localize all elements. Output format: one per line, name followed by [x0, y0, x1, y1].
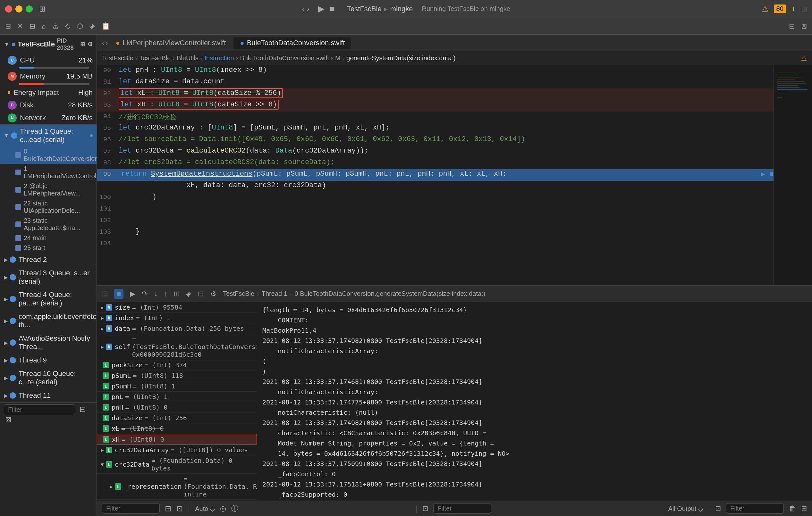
thread-1-header[interactable]: ▼ Thread 1 Queue: c...ead (serial)	[0, 125, 96, 147]
var-xl[interactable]: L xL = (UInt8) 0	[97, 423, 257, 434]
console-panel[interactable]: {length = 14, bytes = 0x4d6163426f6f6b50…	[257, 302, 812, 500]
var-pnh[interactable]: L pnH = (UInt8) 0	[97, 402, 257, 413]
breakpoint-icon[interactable]: ◈	[89, 22, 95, 30]
nav-back[interactable]: ‹	[102, 39, 104, 47]
view-memory-icon[interactable]: ⊞	[174, 290, 180, 298]
fullscreen-button[interactable]	[26, 5, 33, 12]
debug-active-icon[interactable]: ■	[114, 289, 123, 299]
thread-10-header[interactable]: ▶ Thread 10 Queue: c...te (serial)	[0, 367, 96, 389]
auto-label[interactable]: Auto ◇	[195, 505, 215, 513]
var-index[interactable]: ▶ A index = (Int) 1	[97, 313, 257, 323]
var-name-self: self	[115, 343, 130, 351]
network-value: Zero KB/s	[61, 114, 93, 122]
debug-icon[interactable]: ⬡	[77, 22, 83, 30]
right-filter-input[interactable]	[726, 503, 784, 514]
warning-list-icon[interactable]: ⚠	[52, 22, 59, 30]
bc-item-4[interactable]: BuleToothDataConversion.swift	[240, 55, 329, 62]
back-icon[interactable]: ‹	[302, 5, 304, 13]
step-out-icon[interactable]: ↑	[164, 290, 167, 298]
left-filter-input[interactable]	[102, 503, 160, 514]
project-header[interactable]: ▼ ■ TestFscBle PID 20328 ⊞ ⚙	[0, 35, 96, 54]
simulate-icon[interactable]: ⊟	[198, 290, 204, 298]
line-num-102: 102	[97, 216, 116, 224]
hierarchy-icon[interactable]: ⊟	[29, 22, 35, 30]
layout-full-icon[interactable]: ⊠	[801, 22, 807, 30]
var-xh[interactable]: L xH = (UInt8) 0	[97, 434, 257, 445]
play-icon[interactable]: ▶	[318, 4, 324, 14]
continue-icon[interactable]: ▶	[130, 290, 135, 298]
center-filter-input[interactable]	[433, 503, 491, 514]
thread-2-header[interactable]: ▶ Thread 2	[0, 253, 96, 266]
left-filter-icon[interactable]: ⊞	[165, 504, 171, 513]
code-area[interactable]: 90 let pnH : UInt8 = UInt8(index >> 8) 9…	[97, 65, 774, 285]
all-output-label[interactable]: All Output ◇	[668, 505, 703, 513]
var-psuml[interactable]: L pSumL = (UInt8) 118	[97, 370, 257, 381]
thread-avaudio-header[interactable]: ▶ AVAudioSession Notify Threa...	[0, 332, 96, 354]
add-icon[interactable]: +	[791, 4, 796, 14]
sidebar-filter-options[interactable]: ⊠	[5, 415, 11, 424]
bc-item-1[interactable]: TestFscBle	[139, 55, 171, 62]
var-datasize[interactable]: L dataSize = (Int) 256	[97, 413, 257, 423]
console-icon-small[interactable]: ⊡	[423, 505, 428, 513]
thread-1-frame-1[interactable]: 1 LMPeripheralViewControll...	[0, 164, 96, 181]
env-icon[interactable]: ⚙	[210, 290, 216, 298]
thread-1-frame-24[interactable]: 24 main	[0, 233, 96, 243]
eye-icon[interactable]: ◎	[220, 505, 226, 513]
thread-1-frame-0[interactable]: 0 BuleToothDataConversion...	[0, 147, 96, 164]
close-button[interactable]	[5, 5, 12, 12]
minimize-button[interactable]	[16, 5, 23, 12]
bc-item-0[interactable]: TestFscBle	[102, 55, 134, 62]
step-into-icon[interactable]: ↓	[154, 290, 157, 298]
thread-1-frame-23[interactable]: 23 static AppDelegate.$ma...	[0, 216, 96, 233]
var-packsize[interactable]: L packSize = (Int) 374	[97, 360, 257, 370]
left-filter-options[interactable]: ⊡	[176, 504, 183, 513]
var-pnl[interactable]: L pnL = (UInt8) 1	[97, 392, 257, 402]
var-self[interactable]: ▶ A self = (TestFscBle.BuleToothDataConv…	[97, 334, 257, 360]
sidebar-toggle-icon[interactable]: ⊞	[39, 4, 46, 13]
trash-icon[interactable]: 🗑	[789, 505, 796, 513]
thread-uikit-header[interactable]: ▶ com.apple.uikit.eventfetch-th...	[0, 310, 96, 332]
layout-split-icon[interactable]: ⊟	[789, 22, 795, 30]
forward-icon[interactable]: ›	[307, 5, 309, 13]
test-icon[interactable]: ◇	[65, 22, 70, 30]
report-icon[interactable]: 📋	[102, 22, 110, 30]
layout-icon[interactable]: ⊡	[801, 5, 807, 13]
thread-9-header[interactable]: ▶ Thread 9	[0, 354, 96, 367]
bc-item-3[interactable]: Instruction	[204, 55, 234, 62]
sidebar-filter-input[interactable]	[4, 404, 75, 415]
code-content-99b: xH, data: data, crc32: crc32Data)	[116, 181, 774, 189]
thread-1-frame-2[interactable]: 2 @objc LMPeripheralView...	[0, 181, 96, 199]
search-icon[interactable]: ⌕	[42, 22, 46, 30]
grid-icon[interactable]: ⊞	[5, 22, 11, 30]
step-over-icon[interactable]: ↷	[142, 290, 147, 298]
console-icon[interactable]: ⊡	[102, 290, 108, 298]
var-data[interactable]: ▶ A data = (Foundation.Data) 256 bytes	[97, 323, 257, 334]
thread-1-frame-22[interactable]: 22 static UIApplicationDele...	[0, 199, 96, 216]
cpu-bar	[19, 67, 89, 68]
var-representation[interactable]: ▶ L _representation = (Foundation.Data._…	[97, 474, 257, 500]
code-editor-container: 90 let pnH : UInt8 = UInt8(index >> 8) 9…	[97, 65, 812, 285]
thread-4-header[interactable]: ▶ Thread 4 Queue: pa...er (serial)	[0, 288, 96, 310]
info-icon[interactable]: ⓘ	[231, 504, 238, 513]
layout-right-icon[interactable]: ⊞	[801, 505, 807, 513]
nav-forward[interactable]: ›	[106, 39, 108, 47]
thread-1-frame-25[interactable]: 25 start	[0, 243, 96, 253]
network-icon-small[interactable]: ⊞	[80, 41, 85, 48]
tab-buletooth[interactable]: ● BuleToothDataConversion.swift	[233, 37, 351, 49]
var-crc32data[interactable]: ▼ L crc32Data = (Foundation.Data) 0 byte…	[97, 455, 257, 474]
var-psumh[interactable]: L pSumH = (UInt8) 1	[97, 381, 257, 392]
bc-item-2[interactable]: BleUtils	[177, 55, 199, 62]
stop-icon[interactable]: ■	[330, 4, 335, 14]
thread-3-header[interactable]: ▶ Thread 3 Queue: s...er (serial)	[0, 266, 96, 288]
var-crc32array[interactable]: ▶ L crc32DataArray = ([UInt8]) 0 values	[97, 445, 257, 455]
breakpoints-icon[interactable]: ◈	[186, 290, 192, 298]
close-tab-icon[interactable]: ✕	[17, 22, 23, 30]
sidebar-filter-icon[interactable]: ⊟	[80, 405, 86, 414]
code-content-94: //进行CRC32校验	[116, 112, 774, 122]
project-icon: ■	[11, 40, 16, 49]
thread-11-header[interactable]: ▶ Thread 11	[0, 389, 96, 402]
tab-lm-peripheral[interactable]: ● LMPeripheralViewController.swift	[109, 37, 232, 49]
console-icon-right[interactable]: ⊡	[715, 505, 721, 513]
settings-icon[interactable]: ⚙	[88, 41, 93, 48]
var-size[interactable]: ▶ A size = (Int) 95584	[97, 302, 257, 313]
